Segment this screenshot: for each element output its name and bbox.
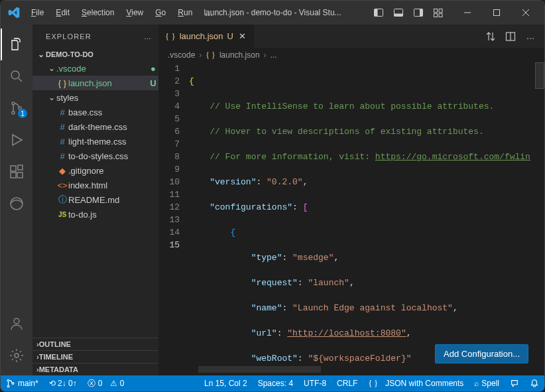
svg-point-19 <box>11 198 23 210</box>
file-gitignore[interactable]: ◆.gitignore <box>32 163 158 178</box>
breadcrumb-folder[interactable]: .vscode <box>168 50 195 60</box>
maximize-button[interactable] <box>482 1 511 25</box>
file-index-html[interactable]: <>index.html <box>32 178 158 192</box>
status-language[interactable]: { } JSON with Comments <box>363 379 469 389</box>
editor-body[interactable]: 123456789101112131415 { // Use IntelliSe… <box>158 62 544 375</box>
svg-point-13 <box>12 111 15 114</box>
status-problems[interactable]: ⓧ0 ⚠0 <box>82 375 130 391</box>
breadcrumb[interactable]: .vscode › { } launch.json › ... <box>158 48 544 62</box>
file-readme-md[interactable]: ⓘREADME.md <box>32 192 158 207</box>
chevron-down-icon: ⌄ <box>36 50 46 59</box>
file-label: .gitignore <box>68 166 158 176</box>
activity-edge-tools[interactable] <box>1 188 32 220</box>
horizontal-scrollbar[interactable] <box>198 366 505 373</box>
window-title: launch.json - demo-to-do - Visual Stu... <box>204 8 341 17</box>
svg-point-21 <box>15 354 19 358</box>
status-spaces[interactable]: Spaces: 4 <box>253 379 298 388</box>
file-launch-json[interactable]: { } launch.json U <box>32 76 158 90</box>
status-right: Ln 15, Col 2 Spaces: 4 UTF-8 CRLF { } JS… <box>199 379 544 389</box>
status-notifications[interactable] <box>524 379 544 388</box>
editor-area: { } launch.json U ✕ … .vscode › { } laun… <box>158 25 544 375</box>
status-spell[interactable]: ⌕Spell <box>469 379 505 388</box>
activity-settings[interactable] <box>1 340 32 371</box>
svg-point-25 <box>12 383 14 385</box>
file-label: light-theme.css <box>68 137 158 147</box>
status-sync[interactable]: ⟲ 2↓ 0↑ <box>44 375 82 391</box>
section-outline[interactable]: ›OUTLINE <box>32 338 158 350</box>
activity-search[interactable] <box>1 60 32 92</box>
html-icon: <> <box>56 180 68 190</box>
activity-bar: 1 <box>1 25 32 375</box>
svg-point-12 <box>12 102 15 105</box>
activity-account[interactable] <box>1 308 32 340</box>
breadcrumb-file[interactable]: launch.json <box>219 50 260 60</box>
activity-extensions[interactable] <box>1 156 32 188</box>
status-eol[interactable]: CRLF <box>332 379 363 388</box>
status-feedback[interactable] <box>505 379 524 388</box>
menu-file[interactable]: File <box>26 5 49 21</box>
tab-label: launch.json <box>180 31 223 41</box>
folder-styles[interactable]: ⌄ styles <box>32 90 158 105</box>
activity-explorer[interactable] <box>1 29 32 60</box>
customize-layout-icon[interactable] <box>429 3 448 22</box>
toggle-panel-bottom-icon[interactable] <box>389 3 408 22</box>
chevron-down-icon: ⌄ <box>47 64 56 73</box>
file-label: dark-theme.css <box>68 122 158 132</box>
add-configuration-button[interactable]: Add Configuration... <box>435 344 528 363</box>
file-todo-js[interactable]: JSto-do.js <box>32 207 158 222</box>
scm-badge: 1 <box>18 109 27 118</box>
status-bar: main* ⟲ 2↓ 0↑ ⓧ0 ⚠0 Ln 15, Col 2 Spaces:… <box>1 375 544 391</box>
svg-rect-10 <box>494 10 500 16</box>
section-timeline[interactable]: ›TIMELINE <box>32 350 158 363</box>
svg-rect-18 <box>18 165 23 170</box>
activity-run-debug[interactable] <box>1 124 32 156</box>
menu-go[interactable]: Go <box>150 5 171 21</box>
tab-launch-json[interactable]: { } launch.json U ✕ <box>158 25 255 48</box>
svg-point-23 <box>7 379 9 381</box>
activity-bottom <box>1 308 32 375</box>
menu-edit[interactable]: Edit <box>50 5 75 21</box>
toggle-panel-left-icon[interactable] <box>369 3 388 22</box>
file-base-css[interactable]: #base.css <box>32 105 158 119</box>
toggle-panel-right-icon[interactable] <box>409 3 428 22</box>
sidebar-title: EXPLORER <box>46 33 91 40</box>
menu-selection[interactable]: Selection <box>76 5 119 21</box>
svg-point-11 <box>11 71 19 79</box>
minimap-viewport[interactable] <box>535 62 544 89</box>
title-bar: File Edit Selection View Go Run … launch… <box>1 1 544 25</box>
compare-changes-icon[interactable] <box>482 28 499 45</box>
split-editor-icon[interactable] <box>502 28 519 45</box>
svg-rect-8 <box>434 14 438 17</box>
window-controls <box>453 1 540 25</box>
json-icon: { } <box>368 379 378 389</box>
json-icon: { } <box>206 50 215 60</box>
more-actions-icon[interactable]: … <box>522 28 539 45</box>
file-light-theme-css[interactable]: #light-theme.css <box>32 134 158 149</box>
menu-run[interactable]: Run <box>172 5 198 21</box>
sidebar-root[interactable]: ⌄ DEMO-TO-DO <box>32 48 158 61</box>
file-dark-theme-css[interactable]: #dark-theme.css <box>32 119 158 134</box>
menu-view[interactable]: View <box>121 5 149 21</box>
tab-close-icon[interactable]: ✕ <box>237 30 247 42</box>
sidebar-more-icon[interactable]: … <box>144 33 152 40</box>
code-content[interactable]: { // Use IntelliSense to learn about pos… <box>189 62 544 375</box>
file-label: README.md <box>68 195 158 205</box>
status-cursor[interactable]: Ln 15, Col 2 <box>199 379 253 388</box>
sidebar-root-label: DEMO-TO-DO <box>46 50 93 58</box>
minimap[interactable] <box>535 62 544 375</box>
main-area: 1 EXPLORER … ⌄ DEMO-TO-DO ⌄ .vscode ● { … <box>1 25 544 375</box>
folder-vscode[interactable]: ⌄ .vscode ● <box>32 61 158 76</box>
section-metadata[interactable]: ›METADATA <box>32 363 158 375</box>
git-icon: ◆ <box>56 166 68 176</box>
minimize-button[interactable] <box>453 1 482 25</box>
breadcrumb-more[interactable]: ... <box>271 50 277 60</box>
file-todo-styles-css[interactable]: #to-do-styles.css <box>32 149 158 163</box>
svg-rect-5 <box>420 9 423 17</box>
activity-source-control[interactable]: 1 <box>1 92 32 124</box>
close-button[interactable] <box>511 1 540 25</box>
status-encoding[interactable]: UTF-8 <box>298 379 332 388</box>
svg-rect-17 <box>17 172 23 178</box>
breadcrumb-sep: › <box>199 50 202 60</box>
scrollbar-thumb[interactable] <box>198 366 321 373</box>
status-branch[interactable]: main* <box>1 375 44 391</box>
